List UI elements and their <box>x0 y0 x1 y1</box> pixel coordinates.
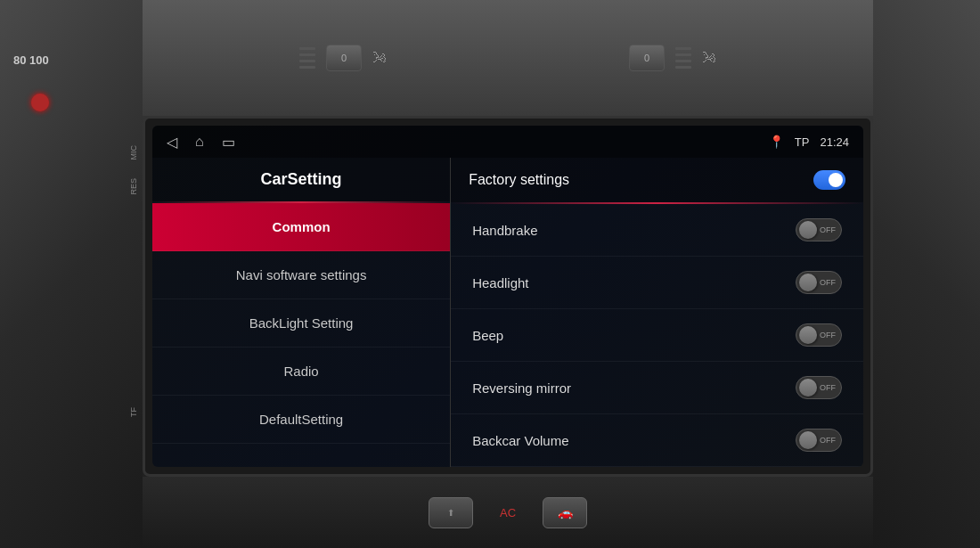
main-content: CarSetting Common Navi software settings… <box>152 158 863 467</box>
handbrake-toggle[interactable]: OFF <box>796 218 842 241</box>
dashboard-left: 80 100 <box>0 0 143 548</box>
dashboard-right <box>873 0 980 548</box>
beep-toggle-knob <box>799 326 817 344</box>
warning-light <box>31 94 49 111</box>
vent-icon-left: 🌬 <box>372 50 387 66</box>
bottom-controls: ⬆ AC 🚗 <box>143 477 873 548</box>
vent-group-left: 0 🌬 <box>299 36 387 80</box>
settings-list: Handbrake OFF Headlight OFF <box>451 204 863 467</box>
beep-toggle[interactable]: OFF <box>796 323 842 347</box>
factory-settings-toggle[interactable] <box>813 170 845 190</box>
bottom-btn-2[interactable]: 🚗 <box>543 497 587 528</box>
vent-left <box>299 36 315 80</box>
speedometer: 80 100 <box>13 53 49 67</box>
menu-items-list: Common Navi software settings BackLight … <box>152 203 450 467</box>
clock: 21:24 <box>820 135 849 149</box>
backcar-volume-toggle[interactable]: OFF <box>796 429 842 452</box>
center-console: MIC RES TF ◁ ⌂ ▭ 📍 TP 21:24 CarSetting <box>143 116 873 477</box>
headlight-toggle[interactable]: OFF <box>796 271 842 294</box>
beep-row: Beep OFF <box>451 309 863 362</box>
navigation-buttons: ◁ ⌂ ▭ <box>167 134 235 151</box>
back-button[interactable]: ◁ <box>167 134 177 151</box>
backcar-volume-toggle-label: OFF <box>820 436 836 445</box>
status-right: 📍 TP 21:24 <box>769 135 849 149</box>
res-label: RES <box>129 178 138 195</box>
reversing-mirror-toggle-label: OFF <box>820 383 836 392</box>
menu-item-common[interactable]: Common <box>152 203 450 251</box>
menu-item-default[interactable]: DefaultSetting <box>152 396 450 444</box>
infotainment-screen: ◁ ⌂ ▭ 📍 TP 21:24 CarSetting Common <box>152 126 863 467</box>
headlight-row: Headlight OFF <box>451 257 863 309</box>
handbrake-toggle-label: OFF <box>820 225 836 234</box>
vent-group-right: 0 🌬 <box>629 36 716 80</box>
headlight-toggle-knob <box>799 274 817 291</box>
location-icon: 📍 <box>769 135 784 149</box>
reversing-mirror-label: Reversing mirror <box>472 380 571 396</box>
menu-item-backlight[interactable]: BackLight Setting <box>152 299 450 348</box>
top-vent-area: 0 🌬 0 🌬 <box>143 0 873 116</box>
bottom-btn-1[interactable]: ⬆ <box>429 497 473 528</box>
vent-right <box>675 36 691 80</box>
mic-label: MIC <box>129 145 138 160</box>
right-panel: Factory settings Handbrake OFF Headlight <box>451 158 863 467</box>
handbrake-toggle-knob <box>799 221 817 239</box>
vent-icon-right: 🌬 <box>702 50 716 66</box>
location-text: TP <box>795 135 810 149</box>
backcar-volume-label: Backcar Volume <box>472 433 568 448</box>
reversing-mirror-toggle-knob <box>799 379 817 397</box>
car-setting-header: CarSetting <box>152 158 450 201</box>
reversing-mirror-toggle[interactable]: OFF <box>796 376 842 399</box>
beep-toggle-label: OFF <box>820 331 836 339</box>
beep-label: Beep <box>472 328 503 343</box>
vent-knob-left[interactable]: 0 <box>326 45 362 71</box>
factory-settings-header: Factory settings <box>451 158 863 202</box>
left-panel: CarSetting Common Navi software settings… <box>152 158 451 467</box>
backcar-volume-row: Backcar Volume OFF <box>451 414 863 467</box>
recent-apps-button[interactable]: ▭ <box>222 134 235 151</box>
ac-label: AC <box>500 506 516 519</box>
vent-knob-right[interactable]: 0 <box>629 45 665 71</box>
backcar-volume-toggle-knob <box>799 431 817 449</box>
status-bar: ◁ ⌂ ▭ 📍 TP 21:24 <box>152 126 863 158</box>
home-button[interactable]: ⌂ <box>195 134 204 150</box>
headlight-label: Headlight <box>472 275 528 290</box>
menu-item-radio[interactable]: Radio <box>152 348 450 396</box>
tf-label: TF <box>129 407 138 417</box>
headlight-toggle-label: OFF <box>820 278 836 287</box>
menu-item-navi[interactable]: Navi software settings <box>152 251 450 299</box>
handbrake-row: Handbrake OFF <box>451 204 863 257</box>
reversing-mirror-row: Reversing mirror OFF <box>451 362 863 414</box>
handbrake-label: Handbrake <box>472 223 537 238</box>
